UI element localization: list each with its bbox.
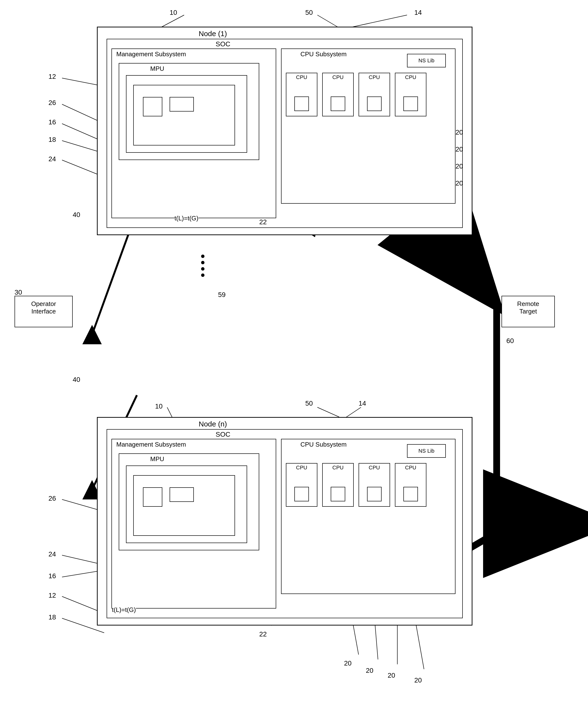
noden-mpu-rect [170,487,194,502]
svg-line-33 [317,407,339,417]
svg-line-5 [160,15,184,28]
ref-24-node1: 24 [48,155,56,163]
ref-22-node1: 22 [259,218,267,226]
ref-26-noden: 26 [48,495,56,502]
svg-marker-21 [82,325,102,344]
noden-cpu2-inner [331,487,345,502]
ref-50-node1: 50 [305,9,313,17]
node1-soc-label: SOC [216,40,230,48]
ref-24-noden: 24 [48,550,56,558]
ref-59: 59 [218,291,226,299]
ref-26-node1: 26 [48,99,56,107]
noden-mgmt-label: Management Subsystem [116,441,186,448]
node1-timing-label: t(L)=t(G) [174,215,198,222]
node1-mpu-rect [170,97,194,111]
ref-42-2: 42 [523,538,531,546]
ref-60: 60 [506,337,514,345]
ref-10-noden: 10 [155,403,163,410]
diagram-container: Node (1) SOC Management Subsystem MPU t(… [0,0,588,714]
remote-target-box: Remote Target [502,296,555,327]
operator-interface-box: Operator Interface [15,296,73,327]
ref-12-node1: 12 [48,73,56,81]
noden-cpu4-label: CPU [405,464,416,471]
ref-40-1: 40 [73,211,80,219]
svg-line-6 [317,15,339,28]
noden-cpu1-box: CPU [286,463,317,507]
remote-target-label: Remote Target [508,300,548,315]
ref-20-1: 20 [456,128,463,136]
ref-20-3: 20 [456,162,463,170]
noden-cpu1-label: CPU [296,464,307,471]
ref-20-n1: 20 [344,659,352,667]
noden-mpu-label: MPU [150,455,164,463]
node1-cpu2-box: CPU [322,73,354,116]
ref-18-node1: 18 [48,136,56,144]
noden-cpu-subsystem-box [281,439,456,594]
dot-1 [201,254,205,258]
node1-cpu3-label: CPU [369,73,380,81]
dot-2 [201,261,205,264]
ref-20-4: 20 [456,179,463,187]
noden-cpu2-box: CPU [322,463,354,507]
ref-16-noden: 16 [48,572,56,580]
noden-cpu1-inner [294,487,309,502]
node1-cpu1-box: CPU [286,73,317,116]
noden-cpu-subsystem-label: CPU Subsystem [300,441,347,448]
ref-40-2: 40 [73,376,80,384]
ref-20-n3: 20 [387,672,395,679]
noden-cpu4-inner [403,487,418,502]
node1-cpu4-inner [403,97,418,111]
node1-cpu1-label: CPU [296,73,307,81]
ref-14-noden: 14 [359,400,366,407]
noden-label: Node (n) [199,420,227,428]
node1-cpu2-label: CPU [332,73,343,81]
noden-cpu4-box: CPU [395,463,426,507]
node1-cpu1-inner [294,97,309,111]
ref-20-n2: 20 [366,667,373,674]
ref-20-n4: 20 [414,676,422,684]
ref-16-node1: 16 [48,118,56,126]
node1-cpu3-inner [367,97,382,111]
node1-cpu4-box: CPU [395,73,426,116]
dot-4 [201,273,205,277]
ref-30: 30 [15,288,22,296]
node1-mpu-label: MPU [150,65,164,73]
noden-cpu2-label: CPU [332,464,343,471]
node1-mpu-square [143,97,162,116]
ref-22-noden: 22 [259,630,267,638]
node1-label: Node (1) [199,29,227,38]
node1-mgmt-label: Management Subsystem [116,50,186,58]
noden-cpu3-inner [367,487,382,502]
ref-42-1: 42 [434,254,441,262]
ref-14-node1: 14 [414,9,422,17]
noden-cpu3-label: CPU [369,464,380,471]
ref-20-2: 20 [456,145,463,153]
noden-soc-label: SOC [216,431,230,438]
node1-cpu-subsystem-label: CPU Subsystem [300,50,347,58]
node1-cpu4-label: CPU [405,73,416,81]
noden-timing-label: t(L)=t(G) [112,606,136,614]
dot-3 [201,267,205,270]
ref-10-node1: 10 [170,9,177,17]
ref-12-noden: 12 [48,592,56,599]
noden-cpu3-box: CPU [359,463,390,507]
node1-cpu2-inner [331,97,345,111]
node1-ns-lib-box: NS Lib [407,54,446,67]
node1-cpu-subsystem-box [281,48,456,204]
ref-50-noden: 50 [305,400,313,407]
noden-mpu-square [143,487,162,507]
ref-18-noden: 18 [48,613,56,621]
operator-interface-label: Operator Interface [21,300,66,315]
noden-ns-lib-box: NS Lib [407,444,446,458]
node1-cpu3-box: CPU [359,73,390,116]
dots-continuation [201,254,205,277]
